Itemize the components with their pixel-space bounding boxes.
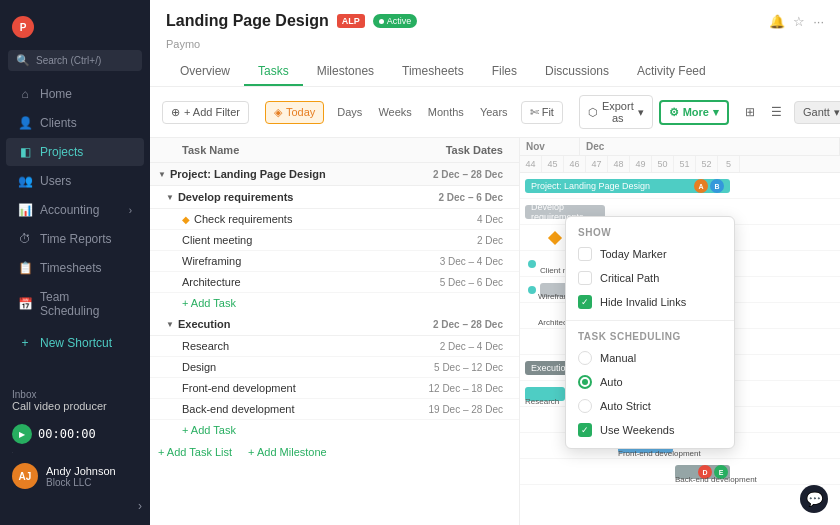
avatar-1: A	[694, 179, 708, 193]
group-row-execution: ▼ Execution 2 Dec – 28 Dec	[150, 313, 519, 336]
dropdown-section-scheduling: Task Scheduling Manual Auto Auto Strict	[566, 321, 734, 448]
group-dates: 2 Dec – 28 Dec	[401, 319, 511, 330]
table-row[interactable]: Back-end development 19 Dec – 28 Dec	[150, 399, 519, 420]
tab-timesheets[interactable]: Timesheets	[388, 58, 478, 86]
table-row[interactable]: ◆ Check requirements 4 Dec	[150, 209, 519, 230]
active-dot	[379, 19, 384, 24]
table-row[interactable]: Client meeting 2 Dec	[150, 230, 519, 251]
search-bar[interactable]: 🔍 Search (Ctrl+/)	[8, 50, 142, 71]
weeks-view-button[interactable]: Weeks	[371, 103, 418, 121]
gantt-dot-client	[528, 260, 536, 268]
tab-overview[interactable]: Overview	[166, 58, 244, 86]
dropdown-item-use-weekends[interactable]: ✓ Use Weekends	[566, 418, 734, 442]
sidebar-item-users[interactable]: 👥 Users	[6, 167, 144, 195]
task-dates: 2 Dec – 4 Dec	[401, 341, 511, 352]
projects-icon: ◧	[18, 145, 32, 159]
sidebar-collapse-icon[interactable]: ›	[138, 499, 142, 513]
content-area: Task Name Task Dates ▼ Project: Landing …	[150, 138, 840, 525]
section-title-scheduling: Task Scheduling	[566, 327, 734, 346]
sidebar-logo: P	[0, 8, 150, 50]
export-button[interactable]: ⬡ Export as ▾	[579, 95, 653, 129]
gantt-button[interactable]: Gantt ▾	[794, 101, 840, 124]
days-view-button[interactable]: Days	[330, 103, 369, 121]
user-company: Block LLC	[46, 477, 116, 488]
week-48: 48	[608, 156, 630, 172]
chevron-right-icon: ›	[129, 205, 132, 216]
bell-icon[interactable]: 🔔	[769, 14, 785, 29]
avatar: AJ	[12, 463, 38, 489]
calendar-icon: ◈	[274, 106, 282, 119]
dropdown-item-manual[interactable]: Manual	[566, 346, 734, 370]
dropdown-item-auto[interactable]: Auto	[566, 370, 734, 394]
item-label: Use Weekends	[600, 424, 674, 436]
table-row[interactable]: Architecture 5 Dec – 6 Dec	[150, 272, 519, 293]
years-view-button[interactable]: Years	[473, 103, 515, 121]
sidebar-item-team-scheduling[interactable]: 📅 Team Scheduling	[6, 283, 144, 325]
avatar-2: B	[710, 179, 724, 193]
check-icon: ✓	[578, 423, 592, 437]
today-button[interactable]: ◈ Today	[265, 101, 324, 124]
collapse-triangle[interactable]: ▼	[158, 170, 166, 179]
table-row[interactable]: Front-end development 12 Dec – 18 Dec	[150, 378, 519, 399]
tab-activity-feed[interactable]: Activity Feed	[623, 58, 720, 86]
sidebar-item-accounting[interactable]: 📊 Accounting ›	[6, 196, 144, 224]
sidebar-item-clients[interactable]: 👤 Clients	[6, 109, 144, 137]
sidebar-item-new-shortcut[interactable]: + New Shortcut	[6, 329, 144, 357]
tab-tasks[interactable]: Tasks	[244, 58, 303, 86]
dropdown-item-auto-strict[interactable]: Auto Strict	[566, 394, 734, 418]
tab-discussions[interactable]: Discussions	[531, 58, 623, 86]
week-45: 45	[542, 156, 564, 172]
timer-play-button[interactable]: ▶	[12, 424, 32, 444]
user-name: Andy Johnson	[46, 465, 116, 477]
more-icon[interactable]: ···	[813, 14, 824, 29]
gantt-row-project: Project: Landing Page Design A B	[520, 173, 840, 199]
months-view-button[interactable]: Months	[421, 103, 471, 121]
tab-milestones[interactable]: Milestones	[303, 58, 388, 86]
table-row[interactable]: Design 5 Dec – 12 Dec	[150, 357, 519, 378]
tab-files[interactable]: Files	[478, 58, 531, 86]
fit-button[interactable]: ✄ Fit	[521, 101, 563, 124]
toolbar: ⊕ + Add Filter ◈ Today Days Weeks Months…	[150, 87, 840, 138]
user-info: Andy Johnson Block LLC	[46, 465, 116, 488]
gantt-bar-project: Project: Landing Page Design A B	[525, 179, 730, 193]
chat-bubble-button[interactable]: 💬	[800, 485, 828, 513]
gantt-label-research: Research	[525, 397, 559, 406]
task-name: Back-end development	[182, 403, 401, 415]
sidebar-item-label: Accounting	[40, 203, 99, 217]
sidebar-item-projects[interactable]: ◧ Projects	[6, 138, 144, 166]
dropdown-menu: Show Today Marker Critical Path ✓ Hide I…	[565, 216, 735, 449]
more-button[interactable]: ⚙ More ▾	[659, 100, 729, 125]
task-table-header: Task Name Task Dates	[150, 138, 519, 163]
header-actions: 🔔 ☆ ···	[769, 14, 824, 29]
check-empty-icon	[578, 247, 592, 261]
add-filter-button[interactable]: ⊕ + Add Filter	[162, 101, 249, 124]
sidebar-item-label: Projects	[40, 145, 83, 159]
check-empty-icon	[578, 271, 592, 285]
gantt-dot-wireframing	[528, 286, 536, 294]
project-name: Project: Landing Page Design	[170, 168, 401, 180]
dropdown-item-critical-path[interactable]: Critical Path	[566, 266, 734, 290]
col-task-dates: Task Dates	[401, 144, 511, 156]
dropdown-item-today-marker[interactable]: Today Marker	[566, 242, 734, 266]
month-nov: Nov	[520, 138, 580, 155]
gear-icon: ⚙	[669, 106, 679, 119]
table-row[interactable]: Wireframing 3 Dec – 4 Dec	[150, 251, 519, 272]
sidebar-item-home[interactable]: ⌂ Home	[6, 80, 144, 108]
star-icon[interactable]: ☆	[793, 14, 805, 29]
add-task-button-1[interactable]: + Add Task	[150, 293, 519, 313]
search-icon: 🔍	[16, 54, 30, 67]
grid-icon[interactable]: ⊞	[739, 101, 761, 123]
sidebar-item-time-reports[interactable]: ⏱ Time Reports	[6, 225, 144, 253]
lines-icon[interactable]: ☰	[765, 101, 788, 123]
add-task-list-button[interactable]: + Add Task List	[158, 446, 232, 458]
add-milestone-button[interactable]: + Add Milestone	[248, 446, 327, 458]
week-52: 52	[696, 156, 718, 172]
dropdown-item-invalid-links[interactable]: ✓ Hide Invalid Links	[566, 290, 734, 314]
add-task-button-2[interactable]: + Add Task	[150, 420, 519, 440]
collapse-triangle[interactable]: ▼	[166, 320, 174, 329]
table-row[interactable]: Research 2 Dec – 4 Dec	[150, 336, 519, 357]
collapse-triangle[interactable]: ▼	[166, 193, 174, 202]
sidebar-item-timesheets[interactable]: 📋 Timesheets	[6, 254, 144, 282]
time-reports-icon: ⏱	[18, 232, 32, 246]
accounting-icon: 📊	[18, 203, 32, 217]
